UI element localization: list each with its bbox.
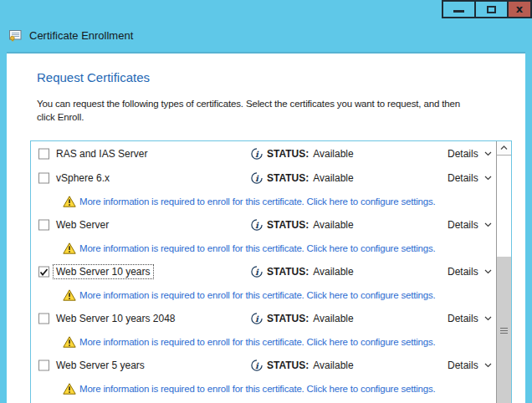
warning-icon (63, 336, 76, 348)
status-label: STATUS: (267, 266, 309, 278)
minimize-button[interactable] (442, 0, 476, 18)
warning-icon (63, 196, 76, 207)
svg-text:i: i (255, 150, 259, 159)
certificate-warning-row: More information is required to enroll f… (31, 190, 496, 213)
svg-text:i: i (255, 314, 259, 324)
status-group: i STATUS: Available (251, 360, 354, 371)
status-label: STATUS: (267, 172, 309, 184)
certificate-row: Web Server 10 years i STATUS: Available … (31, 260, 496, 307)
status-group: i STATUS: Available (251, 148, 354, 160)
warning-icon (63, 383, 76, 395)
info-icon: i (251, 360, 263, 371)
details-button[interactable]: Details (448, 219, 492, 231)
warning-icon (63, 289, 76, 301)
info-icon: i (251, 172, 263, 184)
chevron-down-icon (484, 316, 492, 321)
status-value: Available (313, 219, 353, 231)
certificate-row-main[interactable]: RAS and IAS Server i STATUS: Available D… (31, 141, 496, 166)
chevron-down-icon (484, 176, 492, 181)
certificate-name-label[interactable]: RAS and IAS Server (54, 147, 150, 161)
certificate-row: vSphere 6.x i STATUS: Available Details (31, 166, 496, 213)
certificate-checkbox[interactable] (38, 267, 49, 278)
status-group: i STATUS: Available (251, 313, 354, 324)
status-label: STATUS: (267, 313, 309, 324)
window-controls: x (442, 0, 532, 18)
certificate-checkbox[interactable] (38, 220, 49, 231)
dialog-panel: Request Certificates You can request the… (7, 52, 525, 403)
details-button[interactable]: Details (448, 360, 492, 371)
certificate-name-label[interactable]: Web Server 5 years (54, 359, 147, 372)
status-label: STATUS: (267, 148, 309, 160)
certificate-list-items: RAS and IAS Server i STATUS: Available D… (31, 141, 496, 403)
certificate-row: RAS and IAS Server i STATUS: Available D… (31, 141, 496, 166)
status-group: i STATUS: Available (251, 219, 354, 231)
checkmark-icon (39, 268, 49, 276)
details-label: Details (448, 313, 478, 324)
info-icon: i (251, 313, 263, 324)
details-button[interactable]: Details (448, 266, 492, 278)
status-group: i STATUS: Available (251, 172, 354, 184)
status-label: STATUS: (267, 219, 309, 231)
window-title: Certificate Enrollment (29, 29, 133, 42)
grip-lines-icon (500, 330, 508, 331)
status-group: i STATUS: Available (251, 266, 354, 278)
details-label: Details (448, 148, 478, 160)
certificate-row-main[interactable]: Web Server 5 years i STATUS: Available D… (31, 354, 496, 377)
description-line: You can request the following types of c… (37, 97, 460, 110)
certificate-row-main[interactable]: Web Server 10 years 2048 i STATUS: Avail… (31, 307, 496, 330)
minimize-icon (453, 10, 464, 13)
details-label: Details (448, 172, 478, 184)
certificate-row: Web Server 5 years i STATUS: Available D… (31, 354, 496, 400)
certificate-checkbox[interactable] (38, 314, 49, 324)
certificate-icon (8, 28, 23, 43)
details-button[interactable]: Details (448, 148, 492, 160)
certificate-name-label[interactable]: vSphere 6.x (54, 171, 112, 185)
warning-link[interactable]: More information is required to enroll f… (79, 196, 435, 207)
info-icon: i (251, 266, 263, 278)
close-button[interactable]: x (507, 0, 532, 18)
titlebar: Certificate Enrollment (8, 28, 133, 43)
chevron-down-icon (484, 222, 492, 227)
close-icon: x (516, 3, 523, 14)
details-label: Details (448, 266, 478, 278)
warning-link[interactable]: More information is required to enroll f… (79, 337, 435, 347)
info-icon: i (251, 219, 263, 231)
certificate-name-label[interactable]: Web Server (54, 218, 111, 232)
status-value: Available (313, 148, 353, 160)
chevron-down-icon (484, 269, 492, 274)
status-value: Available (313, 313, 353, 324)
maximize-button[interactable] (474, 0, 509, 18)
certificate-row: Web Server 10 years 2048 i STATUS: Avail… (31, 307, 496, 354)
certificate-name-label[interactable]: Web Server 10 years 2048 (54, 312, 178, 325)
chevron-down-icon (484, 363, 492, 368)
certificate-checkbox[interactable] (38, 173, 49, 184)
chevron-down-icon (484, 151, 492, 156)
details-button[interactable]: Details (448, 313, 492, 324)
certificate-row-main[interactable]: Web Server 10 years i STATUS: Available … (31, 260, 496, 283)
warning-link[interactable]: More information is required to enroll f… (79, 384, 435, 394)
certificate-row-main[interactable]: vSphere 6.x i STATUS: Available Details (31, 166, 496, 190)
status-label: STATUS: (267, 360, 309, 371)
scroll-up-button[interactable] (497, 141, 511, 156)
warning-link[interactable]: More information is required to enroll f… (79, 243, 435, 253)
svg-text:i: i (255, 221, 259, 230)
warning-link[interactable]: More information is required to enroll f… (79, 290, 435, 300)
warning-icon (63, 242, 76, 254)
certificate-warning-row: More information is required to enroll f… (31, 283, 496, 307)
svg-text:i: i (255, 361, 259, 370)
maximize-icon (487, 6, 496, 13)
status-value: Available (313, 172, 353, 184)
certificate-name-label[interactable]: Web Server 10 years (54, 265, 153, 278)
certificate-checkbox[interactable] (38, 360, 49, 371)
status-value: Available (313, 266, 353, 278)
list-scrollbar[interactable] (496, 141, 511, 403)
certificate-warning-row: More information is required to enroll f… (31, 377, 496, 400)
scrollbar-thumb[interactable] (497, 257, 511, 403)
svg-text:i: i (255, 268, 259, 277)
info-icon: i (251, 148, 263, 160)
details-label: Details (448, 219, 478, 231)
certificate-checkbox[interactable] (38, 149, 49, 160)
details-label: Details (448, 360, 478, 371)
certificate-row-main[interactable]: Web Server i STATUS: Available Details (31, 213, 496, 237)
details-button[interactable]: Details (448, 172, 492, 184)
